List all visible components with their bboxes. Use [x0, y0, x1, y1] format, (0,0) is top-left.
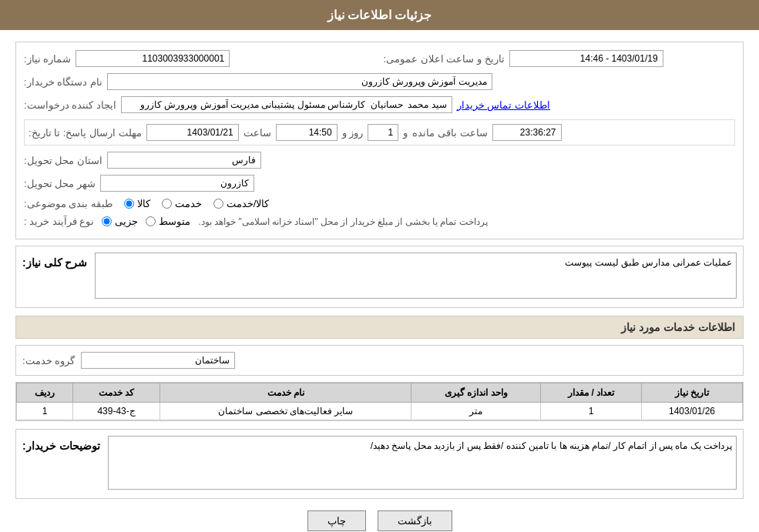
table-row: 1403/01/26 1 متر سایر فعالیت‌های تخصصی س…	[17, 403, 743, 420]
cell-radif: 1	[17, 403, 73, 420]
buyer-notes-label: توضیحات خریدار:	[22, 440, 100, 452]
response-deadline-label: مهلت ارسال پاسخ: تا تاریخ:	[29, 127, 142, 139]
radio-jozi-label: جزیی	[115, 216, 138, 227]
back-button[interactable]: بازگشت	[378, 510, 452, 531]
cell-unit: متر	[411, 403, 541, 420]
radio-kala-khedmat[interactable]: کالا/خدمت	[213, 198, 270, 209]
radio-kala-label: کالا	[137, 198, 150, 209]
col-date: تاریخ نیاز	[642, 383, 743, 403]
radio-kala[interactable]: کالا	[124, 198, 150, 209]
days-label: روز و	[342, 127, 364, 139]
need-number-input	[76, 50, 230, 67]
page-title: جزئیات اطلاعات نیاز	[327, 8, 432, 22]
radio-khedmat-input[interactable]	[162, 199, 172, 209]
services-table-container: تاریخ نیاز تعداد / مقدار واحد اندازه گیر…	[15, 382, 744, 421]
buyer-org-label: نام دستگاه خریدار:	[24, 76, 102, 88]
announce-datetime-label: تاریخ و ساعت اعلان عمومی:	[384, 53, 505, 65]
province-input	[107, 152, 261, 169]
radio-kala-khedmat-input[interactable]	[213, 199, 223, 209]
services-section-title: اطلاعات خدمات مورد نیاز	[15, 316, 744, 339]
buyer-org-input	[107, 73, 492, 90]
response-time-input	[276, 124, 338, 141]
radio-motaset-label: متوسط	[159, 216, 190, 227]
created-by-input	[121, 96, 452, 113]
days-input	[368, 124, 398, 141]
button-row: بازگشت چاپ	[15, 510, 744, 531]
cell-code: ج-43-439	[73, 403, 160, 420]
radio-khedmat[interactable]: خدمت	[162, 198, 202, 209]
radio-kala-khedmat-label: کالا/خدمت	[227, 198, 270, 209]
announce-datetime-input	[509, 50, 663, 67]
general-desc-label: شرح کلی نیاز:	[22, 256, 87, 269]
radio-motaset[interactable]: متوسط	[146, 216, 190, 227]
col-name: نام خدمت	[160, 383, 411, 403]
service-group-label: گروه خدمت:	[22, 355, 75, 366]
city-label: شهر محل تحویل:	[24, 178, 96, 189]
print-button[interactable]: چاپ	[307, 510, 366, 531]
col-unit: واحد اندازه گیری	[411, 383, 541, 403]
purchase-type-label: نوع فرآیند خرید :	[24, 216, 94, 227]
category-label: طبقه بندی موضوعی:	[24, 198, 113, 209]
contact-info-link[interactable]: اطلاعات تماس خریدار	[457, 99, 550, 111]
remaining-time-input	[492, 124, 562, 141]
radio-jozi-input[interactable]	[102, 216, 112, 226]
service-group-input	[81, 352, 235, 369]
cell-name: سایر فعالیت‌های تخصصی ساختمان	[160, 403, 411, 420]
radio-jozi[interactable]: جزیی	[102, 216, 138, 227]
remaining-label: ساعت باقی مانده	[412, 127, 487, 139]
response-date-input	[146, 124, 239, 141]
radio-khedmat-label: خدمت	[175, 198, 202, 209]
response-time-label: ساعت	[243, 127, 271, 139]
cell-date: 1403/01/26	[642, 403, 743, 420]
created-by-label: ایجاد کننده درخواست:	[24, 99, 116, 111]
need-number-label: شماره نیاز:	[24, 53, 71, 65]
province-label: استان محل تحویل:	[24, 155, 102, 166]
and-label: و	[403, 127, 408, 139]
col-count: تعداد / مقدار	[541, 383, 642, 403]
col-code: کد خدمت	[73, 383, 160, 403]
radio-motaset-input[interactable]	[146, 216, 156, 226]
city-input	[100, 175, 254, 192]
services-table: تاریخ نیاز تعداد / مقدار واحد اندازه گیر…	[16, 383, 743, 420]
radio-kala-input[interactable]	[124, 199, 134, 209]
general-desc-textarea[interactable]: عملیات عمرانی مدارس طبق لیست پیوست	[95, 253, 737, 299]
buyer-notes-textarea[interactable]: پرداخت یک ماه پس از اتمام کار /تمام هزین…	[108, 436, 737, 490]
page-header: جزئیات اطلاعات نیاز	[0, 0, 759, 30]
col-radif: ردیف	[17, 383, 73, 403]
purchase-desc: پرداخت تمام یا بخشی از مبلغ خریدار از مح…	[198, 216, 487, 227]
cell-count: 1	[541, 403, 642, 420]
